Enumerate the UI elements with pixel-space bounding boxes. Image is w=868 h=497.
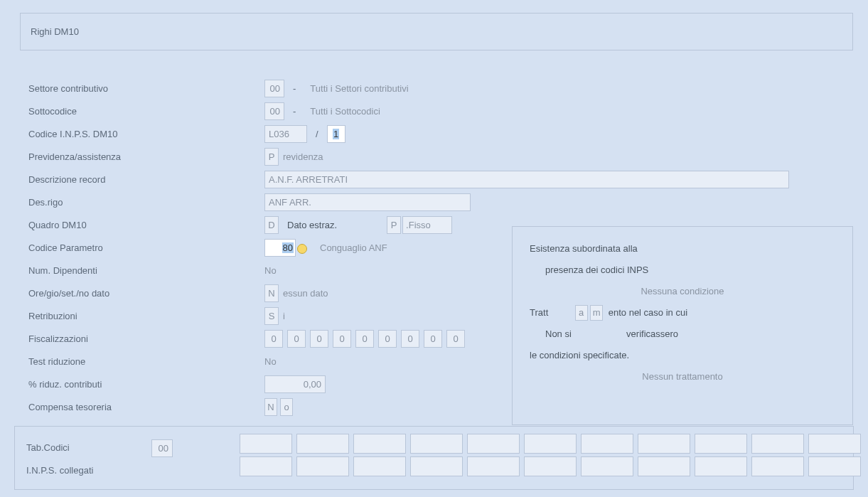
bot-1-2[interactable] bbox=[296, 434, 349, 454]
retrib-prefix[interactable]: S bbox=[264, 307, 279, 325]
quadro-prefix[interactable]: D bbox=[264, 216, 279, 234]
bottom-panel: Tab.Codici I.N.P.S. collegati bbox=[14, 426, 854, 490]
inps-input[interactable] bbox=[264, 125, 307, 143]
settore-desc: Tutti i Settori contributivi bbox=[304, 83, 408, 94]
label-retrib: Retribuzioni bbox=[28, 311, 264, 321]
bot-1-9[interactable] bbox=[695, 434, 747, 454]
label-fisc: Fiscalizzazioni bbox=[28, 333, 264, 344]
settore-input[interactable] bbox=[264, 80, 284, 97]
bot-2-11[interactable] bbox=[808, 456, 861, 476]
row-sotto: Sottocodice - Tutti i Sottocodici bbox=[28, 100, 853, 122]
bot-2-3[interactable] bbox=[353, 456, 406, 476]
descrec-input[interactable] bbox=[264, 171, 789, 188]
bot-2-7[interactable] bbox=[581, 456, 633, 476]
bot-2-2[interactable] bbox=[296, 456, 349, 476]
bot-1-6[interactable] bbox=[524, 434, 577, 454]
side-l4: Tratt a m ento nel caso in cui bbox=[530, 302, 835, 324]
bot-row-1 bbox=[240, 434, 861, 454]
bot-1-4[interactable] bbox=[410, 434, 463, 454]
prev-prefix[interactable]: P bbox=[264, 148, 279, 166]
quadro-fisso[interactable]: .Fisso bbox=[402, 216, 452, 234]
side-l3: Nessuna condizione bbox=[530, 281, 835, 302]
label-inps: Codice I.N.P.S. DM10 bbox=[28, 129, 264, 139]
quadro-mid: Dato estraz. bbox=[279, 220, 337, 230]
desrigo-input[interactable] bbox=[264, 193, 471, 211]
testrid-value: No bbox=[264, 356, 277, 367]
row-inps: Codice I.N.P.S. DM10 / 1 bbox=[28, 122, 853, 145]
help-icon[interactable] bbox=[297, 244, 307, 254]
row-desrigo: Des.rigo bbox=[28, 191, 853, 213]
label-desrigo: Des.rigo bbox=[28, 197, 264, 208]
fisc-2[interactable]: 0 bbox=[310, 330, 328, 348]
bottom-inps-label: I.N.P.S. collegati bbox=[26, 465, 93, 476]
label-prev: Previdenza/assistenza bbox=[28, 151, 264, 162]
fisc-1[interactable]: 0 bbox=[287, 330, 306, 348]
dash-sep: - bbox=[287, 83, 301, 94]
fisc-5[interactable]: 0 bbox=[378, 330, 397, 348]
side-l1: Esistenza subordinata alla bbox=[530, 238, 835, 260]
sotto-desc: Tutti i Sottocodici bbox=[304, 106, 380, 117]
label-pctrid: % riduz. contributi bbox=[28, 379, 264, 390]
compensa-prefix[interactable]: N bbox=[264, 398, 277, 416]
fisc-3[interactable]: 0 bbox=[333, 330, 351, 348]
side-a[interactable]: a bbox=[575, 305, 588, 321]
fisc-group: 0 0 0 0 0 0 0 0 0 bbox=[264, 330, 465, 348]
row-descrec: Descrizione record bbox=[28, 168, 853, 191]
label-quadro: Quadro DM10 bbox=[28, 220, 264, 230]
bot-1-5[interactable] bbox=[467, 434, 520, 454]
side-l5: Non si verificassero bbox=[530, 324, 835, 345]
label-settore: Settore contributivo bbox=[28, 83, 264, 94]
bot-1-8[interactable] bbox=[638, 434, 690, 454]
bot-1-7[interactable] bbox=[581, 434, 633, 454]
pctrid-input[interactable] bbox=[264, 375, 326, 393]
fisc-4[interactable]: 0 bbox=[355, 330, 374, 348]
bottom-tab-label: Tab.Codici bbox=[26, 442, 70, 453]
fisc-8[interactable]: 0 bbox=[446, 330, 465, 348]
bottom-tab-value[interactable] bbox=[151, 439, 173, 457]
retrib-desc: i bbox=[282, 311, 285, 321]
main-panel: Righi DM10 bbox=[20, 13, 853, 50]
label-testrid: Test riduzione bbox=[28, 356, 264, 367]
prev-desc: revidenza bbox=[282, 151, 323, 162]
bot-2-5[interactable] bbox=[467, 456, 520, 476]
bot-2-10[interactable] bbox=[751, 456, 804, 476]
label-param: Codice Parametro bbox=[28, 242, 264, 253]
label-ore: Ore/gio/set./no dato bbox=[28, 288, 264, 299]
fisc-6[interactable]: 0 bbox=[401, 330, 419, 348]
bot-2-6[interactable] bbox=[524, 456, 577, 476]
fisc-0[interactable]: 0 bbox=[264, 330, 283, 348]
bot-2-8[interactable] bbox=[638, 456, 690, 476]
bot-2-4[interactable] bbox=[410, 456, 463, 476]
side-l6: le condizioni specificate. bbox=[530, 345, 835, 366]
label-compensa: Compensa tesoreria bbox=[28, 402, 264, 412]
row-prev: Previdenza/assistenza P revidenza bbox=[28, 145, 853, 168]
compensa-suffix[interactable]: o bbox=[280, 398, 293, 416]
label-sotto: Sottocodice bbox=[28, 106, 264, 117]
label-descrec: Descrizione record bbox=[28, 174, 264, 185]
bot-1-3[interactable] bbox=[353, 434, 406, 454]
side-l2: presenza dei codici INPS bbox=[530, 260, 835, 281]
param-input[interactable]: 80 bbox=[264, 239, 296, 257]
sotto-input[interactable] bbox=[264, 102, 284, 120]
row-settore: Settore contributivo - Tutti i Settori c… bbox=[28, 77, 853, 100]
quadro-p[interactable]: P bbox=[387, 216, 401, 234]
bot-1-11[interactable] bbox=[808, 434, 861, 454]
param-desc: Conguaglio ANF bbox=[310, 242, 387, 253]
side-m[interactable]: m bbox=[590, 305, 603, 321]
ore-prefix[interactable]: N bbox=[264, 284, 279, 302]
bot-1-1[interactable] bbox=[240, 434, 292, 454]
ore-desc: essun dato bbox=[282, 288, 328, 299]
bot-2-1[interactable] bbox=[240, 456, 292, 476]
side-box: Esistenza subordinata alla presenza dei … bbox=[512, 226, 853, 425]
dash-sep: - bbox=[287, 106, 301, 117]
label-numdip: Num. Dipendenti bbox=[28, 265, 264, 276]
panel-title: Righi DM10 bbox=[21, 14, 852, 50]
inps-suffix[interactable]: 1 bbox=[327, 125, 345, 143]
fisc-7[interactable]: 0 bbox=[424, 330, 442, 348]
slash-sep: / bbox=[310, 129, 324, 139]
bot-2-9[interactable] bbox=[695, 456, 747, 476]
bot-row-2 bbox=[240, 456, 861, 476]
numdip-value: No bbox=[264, 265, 277, 276]
bottom-inputs bbox=[240, 434, 861, 476]
bot-1-10[interactable] bbox=[751, 434, 804, 454]
